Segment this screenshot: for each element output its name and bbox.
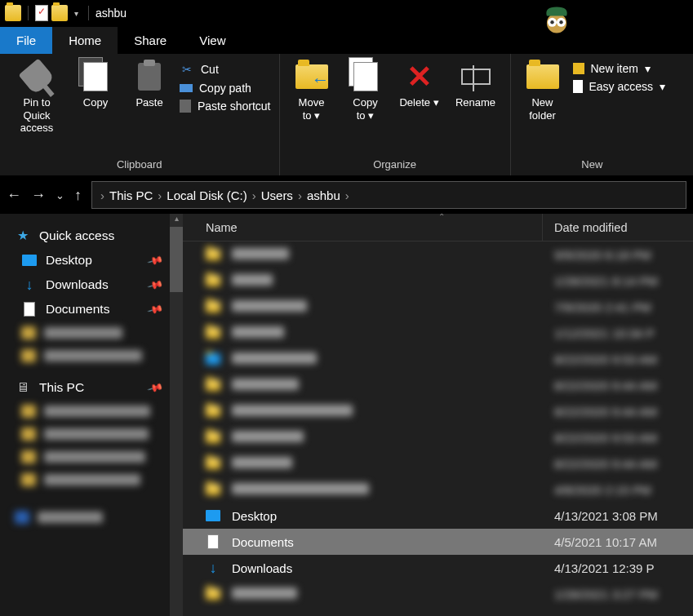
pin-icon: 📌 [146, 301, 163, 318]
chevron-down-icon[interactable]: ▾ [71, 9, 82, 18]
column-separator[interactable] [542, 214, 543, 241]
sidebar-item-blurred[interactable] [0, 400, 170, 423]
scissors-icon: ✂ [180, 62, 194, 77]
quick-access-doc-icon[interactable] [35, 5, 48, 21]
file-type-icon [204, 429, 222, 445]
rename-button[interactable]: Rename [450, 59, 502, 109]
column-header-date[interactable]: Date modified [554, 221, 693, 234]
file-row[interactable]: 8/22/2020 9:53 AM [183, 346, 693, 372]
file-date: 4/13/2021 12:39 P [554, 561, 693, 575]
file-date: 7/9/2020 2:41 PM [554, 300, 693, 314]
sidebar-this-pc[interactable]: 🖥 This PC 📌 [0, 375, 170, 400]
ribbon-tabs: File Home Share View [0, 26, 693, 54]
file-row[interactable]: Desktop4/13/2021 3:08 PM [183, 503, 693, 529]
sidebar-item-blurred[interactable] [0, 468, 170, 491]
breadcrumb-segment[interactable]: This PC [108, 188, 154, 202]
cut-button[interactable]: ✂Cut [180, 62, 271, 77]
tab-file[interactable]: File [0, 27, 52, 54]
scrollbar-thumb[interactable] [170, 227, 183, 292]
delete-button[interactable]: ✕ Delete ▾ [396, 59, 443, 109]
file-type-icon [204, 351, 222, 367]
new-folder-label: New folder [529, 96, 556, 122]
file-row[interactable]: Documents4/5/2021 10:17 AM [183, 529, 693, 555]
file-row[interactable]: 8/22/2020 9:53 AM [183, 424, 693, 450]
file-type-icon: ↓ [204, 560, 222, 576]
file-type-icon [204, 534, 222, 550]
sidebar-item-desktop[interactable]: Desktop 📌 [0, 248, 170, 273]
breadcrumb-segment[interactable]: Local Disk (C:) [165, 188, 248, 202]
quick-access-label: Quick access [39, 228, 114, 243]
easy-access-button[interactable]: Easy access ▾ [573, 80, 666, 93]
address-bar[interactable]: › This PC › Local Disk (C:) › Users › as… [91, 181, 686, 209]
breadcrumb-segment[interactable]: Users [260, 188, 295, 202]
sidebar-item-downloads[interactable]: ↓ Downloads 📌 [0, 273, 170, 297]
file-date: 8/22/2020 9:44 AM [554, 405, 693, 419]
file-date: 4/13/2021 3:08 PM [554, 509, 693, 523]
scroll-up-arrow-icon[interactable]: ▴ [170, 214, 183, 227]
file-row[interactable]: 8/22/2020 9:44 AM [183, 450, 693, 476]
paste-shortcut-button[interactable]: Paste shortcut [180, 100, 271, 113]
easy-access-label: Easy access [589, 80, 654, 93]
back-button[interactable]: ← [7, 187, 21, 204]
sidebar-documents-label: Documents [46, 302, 109, 317]
divider [28, 6, 29, 20]
file-row[interactable]: 1/28/2021 3:27 PM [183, 581, 693, 607]
file-name: Desktop [232, 509, 554, 523]
paste-button[interactable]: Paste [126, 59, 173, 109]
path-icon [180, 84, 193, 92]
sidebar-item-blurred[interactable] [0, 344, 170, 367]
copy-path-button[interactable]: Copy path [180, 82, 271, 95]
file-name [232, 326, 554, 340]
chevron-down-icon: ▾ [660, 80, 665, 93]
delete-x-icon: ✕ [406, 59, 433, 95]
file-row[interactable]: ↓Downloads4/13/2021 12:39 P [183, 555, 693, 581]
file-row[interactable]: 1/12/2021 10:34 P [183, 320, 693, 346]
forward-button[interactable]: → [31, 187, 46, 204]
file-row[interactable]: 9/9/2020 6:18 PM [183, 242, 693, 268]
divider [88, 6, 89, 20]
file-row[interactable]: 4/8/2020 2:15 PM [183, 476, 693, 503]
file-date: 8/22/2020 9:53 AM [554, 431, 693, 445]
sidebar-scrollbar[interactable]: ▴ [170, 214, 183, 616]
column-header-name[interactable]: Name [206, 221, 542, 234]
file-row[interactable]: 7/9/2020 2:41 PM [183, 294, 693, 320]
sidebar-item-blurred[interactable] [0, 445, 170, 468]
group-title-clipboard: Clipboard [8, 155, 271, 174]
copy-to-icon [353, 62, 378, 91]
new-item-button[interactable]: New item ▾ [573, 62, 666, 75]
pin-label: Pin to Quick access [8, 96, 65, 135]
tab-home[interactable]: Home [52, 27, 118, 54]
breadcrumb-segment[interactable]: ashbu [305, 188, 342, 202]
move-to-button[interactable]: Move to ▾ [288, 59, 335, 122]
group-title-organize: Organize [288, 155, 502, 174]
sidebar-item-blurred[interactable] [0, 423, 170, 445]
sidebar-quick-access[interactable]: ★ Quick access [0, 224, 170, 248]
documents-icon [21, 302, 38, 317]
file-row[interactable]: 8/22/2020 9:44 AM [183, 372, 693, 398]
file-name [232, 248, 554, 262]
copy-to-button[interactable]: Copy to ▾ [342, 59, 389, 122]
tab-view[interactable]: View [183, 27, 242, 54]
recent-locations-button[interactable]: ⌄ [56, 189, 64, 202]
folder-icon[interactable] [51, 5, 68, 21]
pin-icon: 📌 [146, 277, 163, 294]
sidebar-item-blurred[interactable] [0, 506, 170, 529]
ribbon-group-clipboard: Pin to Quick access Copy Paste ✂Cut Copy… [0, 54, 280, 175]
paste-label: Paste [135, 96, 162, 109]
navigation-bar: ← → ⌄ ↑ › This PC › Local Disk (C:) › Us… [0, 176, 693, 214]
content-area: ★ Quick access Desktop 📌 ↓ Downloads 📌 D… [0, 214, 693, 616]
copy-button[interactable]: Copy [72, 59, 119, 109]
up-button[interactable]: ↑ [74, 187, 82, 204]
tab-share[interactable]: Share [118, 27, 183, 54]
sidebar-desktop-label: Desktop [46, 253, 92, 268]
pin-to-quick-access-button[interactable]: Pin to Quick access [8, 59, 65, 135]
chevron-down-icon: ▾ [433, 96, 439, 109]
new-folder-button[interactable]: New folder [519, 59, 566, 122]
file-row[interactable]: 8/22/2020 9:44 AM [183, 398, 693, 424]
file-date: 8/22/2020 9:53 AM [554, 352, 693, 366]
file-name [232, 431, 554, 445]
file-row[interactable]: 1/28/2021 8:14 PM [183, 268, 693, 294]
ribbon-group-new: New folder New item ▾ Easy access ▾ New [511, 54, 674, 175]
sidebar-item-documents[interactable]: Documents 📌 [0, 297, 170, 321]
sidebar-item-blurred[interactable] [0, 321, 170, 344]
